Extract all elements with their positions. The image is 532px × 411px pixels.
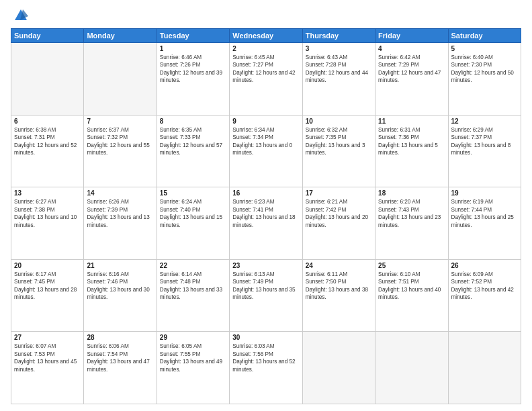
day-info: Sunrise: 6:14 AM Sunset: 7:48 PM Dayligh… [160, 271, 226, 302]
calendar-day-header: Saturday [448, 29, 521, 43]
calendar-week-row: 20Sunrise: 6:17 AM Sunset: 7:45 PM Dayli… [11, 259, 521, 332]
day-number: 20 [14, 262, 81, 269]
page: SundayMondayTuesdayWednesdayThursdayFrid… [0, 0, 532, 411]
day-info: Sunrise: 6:34 AM Sunset: 7:34 PM Dayligh… [232, 126, 299, 157]
day-info: Sunrise: 6:32 AM Sunset: 7:35 PM Dayligh… [306, 126, 372, 157]
calendar-cell: 12Sunrise: 6:29 AM Sunset: 7:37 PM Dayli… [448, 115, 521, 187]
day-number: 14 [87, 189, 153, 197]
day-number: 22 [160, 262, 226, 269]
day-info: Sunrise: 6:17 AM Sunset: 7:45 PM Dayligh… [14, 271, 81, 302]
day-number: 27 [14, 334, 81, 341]
day-info: Sunrise: 6:19 AM Sunset: 7:44 PM Dayligh… [451, 198, 518, 229]
day-info: Sunrise: 6:40 AM Sunset: 7:30 PM Dayligh… [451, 54, 518, 85]
day-number: 23 [232, 262, 299, 269]
day-info: Sunrise: 6:13 AM Sunset: 7:49 PM Dayligh… [232, 271, 299, 302]
calendar-cell: 14Sunrise: 6:26 AM Sunset: 7:39 PM Dayli… [84, 187, 157, 260]
day-number: 6 [14, 118, 81, 125]
day-number: 2 [232, 45, 299, 52]
day-info: Sunrise: 6:24 AM Sunset: 7:40 PM Dayligh… [160, 198, 226, 229]
day-number: 13 [14, 189, 81, 197]
day-info: Sunrise: 6:10 AM Sunset: 7:51 PM Dayligh… [378, 271, 445, 302]
day-info: Sunrise: 6:07 AM Sunset: 7:53 PM Dayligh… [14, 342, 81, 373]
day-number: 12 [451, 118, 518, 125]
day-number: 7 [87, 118, 153, 125]
calendar-week-row: 27Sunrise: 6:07 AM Sunset: 7:53 PM Dayli… [11, 332, 521, 404]
calendar-cell: 19Sunrise: 6:19 AM Sunset: 7:44 PM Dayli… [448, 187, 521, 260]
day-number: 3 [306, 45, 372, 52]
calendar-cell: 10Sunrise: 6:32 AM Sunset: 7:35 PM Dayli… [302, 115, 375, 187]
calendar-week-row: 13Sunrise: 6:27 AM Sunset: 7:38 PM Dayli… [11, 187, 521, 260]
day-number: 29 [160, 334, 226, 341]
day-info: Sunrise: 6:16 AM Sunset: 7:46 PM Dayligh… [87, 271, 153, 302]
calendar-week-row: 6Sunrise: 6:38 AM Sunset: 7:31 PM Daylig… [11, 115, 521, 187]
day-number: 18 [378, 189, 445, 197]
day-info: Sunrise: 6:03 AM Sunset: 7:56 PM Dayligh… [232, 342, 299, 373]
calendar-cell: 21Sunrise: 6:16 AM Sunset: 7:46 PM Dayli… [84, 259, 157, 332]
calendar-day-header: Friday [375, 29, 448, 43]
day-number: 25 [378, 262, 445, 269]
calendar-cell [375, 332, 448, 404]
calendar-cell: 27Sunrise: 6:07 AM Sunset: 7:53 PM Dayli… [11, 332, 84, 404]
day-info: Sunrise: 6:37 AM Sunset: 7:32 PM Dayligh… [87, 126, 153, 157]
day-info: Sunrise: 6:31 AM Sunset: 7:36 PM Dayligh… [378, 126, 445, 157]
calendar-header-row: SundayMondayTuesdayWednesdayThursdayFrid… [11, 29, 521, 43]
day-info: Sunrise: 6:23 AM Sunset: 7:41 PM Dayligh… [232, 198, 299, 229]
calendar-cell: 20Sunrise: 6:17 AM Sunset: 7:45 PM Dayli… [11, 259, 84, 332]
calendar-day-header: Tuesday [157, 29, 229, 43]
calendar-cell: 2Sunrise: 6:45 AM Sunset: 7:27 PM Daylig… [230, 43, 302, 116]
day-number: 15 [160, 189, 226, 197]
day-info: Sunrise: 6:05 AM Sunset: 7:55 PM Dayligh… [160, 342, 226, 373]
day-info: Sunrise: 6:46 AM Sunset: 7:26 PM Dayligh… [160, 54, 226, 85]
calendar-cell: 24Sunrise: 6:11 AM Sunset: 7:50 PM Dayli… [302, 259, 375, 332]
calendar-cell: 5Sunrise: 6:40 AM Sunset: 7:30 PM Daylig… [448, 43, 521, 116]
day-number: 26 [451, 262, 518, 269]
day-info: Sunrise: 6:35 AM Sunset: 7:33 PM Dayligh… [160, 126, 226, 157]
calendar-cell: 30Sunrise: 6:03 AM Sunset: 7:56 PM Dayli… [230, 332, 302, 404]
day-number: 17 [306, 189, 372, 197]
day-info: Sunrise: 6:43 AM Sunset: 7:28 PM Dayligh… [306, 54, 372, 85]
calendar-cell [84, 43, 157, 116]
day-number: 16 [232, 189, 299, 197]
day-info: Sunrise: 6:11 AM Sunset: 7:50 PM Dayligh… [306, 271, 372, 302]
calendar-cell [302, 332, 375, 404]
calendar-cell: 7Sunrise: 6:37 AM Sunset: 7:32 PM Daylig… [84, 115, 157, 187]
day-number: 21 [87, 262, 153, 269]
day-info: Sunrise: 6:45 AM Sunset: 7:27 PM Dayligh… [232, 54, 299, 85]
day-number: 8 [160, 118, 226, 125]
calendar-cell: 16Sunrise: 6:23 AM Sunset: 7:41 PM Dayli… [230, 187, 302, 260]
day-number: 28 [87, 334, 153, 341]
day-number: 30 [232, 334, 299, 341]
day-info: Sunrise: 6:26 AM Sunset: 7:39 PM Dayligh… [87, 198, 153, 229]
calendar-cell: 22Sunrise: 6:14 AM Sunset: 7:48 PM Dayli… [157, 259, 229, 332]
calendar-cell: 28Sunrise: 6:06 AM Sunset: 7:54 PM Dayli… [84, 332, 157, 404]
header [11, 8, 521, 23]
calendar-week-row: 1Sunrise: 6:46 AM Sunset: 7:26 PM Daylig… [11, 43, 521, 116]
calendar-cell: 6Sunrise: 6:38 AM Sunset: 7:31 PM Daylig… [11, 115, 84, 187]
calendar-cell: 15Sunrise: 6:24 AM Sunset: 7:40 PM Dayli… [157, 187, 229, 260]
calendar-cell: 25Sunrise: 6:10 AM Sunset: 7:51 PM Dayli… [375, 259, 448, 332]
calendar-cell: 26Sunrise: 6:09 AM Sunset: 7:52 PM Dayli… [448, 259, 521, 332]
calendar-cell: 18Sunrise: 6:20 AM Sunset: 7:43 PM Dayli… [375, 187, 448, 260]
calendar-cell: 8Sunrise: 6:35 AM Sunset: 7:33 PM Daylig… [157, 115, 229, 187]
calendar-cell [11, 43, 84, 116]
day-info: Sunrise: 6:38 AM Sunset: 7:31 PM Dayligh… [14, 126, 81, 157]
calendar-day-header: Wednesday [230, 29, 302, 43]
logo [11, 8, 28, 23]
calendar-cell: 1Sunrise: 6:46 AM Sunset: 7:26 PM Daylig… [157, 43, 229, 116]
day-info: Sunrise: 6:21 AM Sunset: 7:42 PM Dayligh… [306, 198, 372, 229]
day-info: Sunrise: 6:29 AM Sunset: 7:37 PM Dayligh… [451, 126, 518, 157]
day-info: Sunrise: 6:09 AM Sunset: 7:52 PM Dayligh… [451, 271, 518, 302]
calendar-cell: 4Sunrise: 6:42 AM Sunset: 7:29 PM Daylig… [375, 43, 448, 116]
day-number: 24 [306, 262, 372, 269]
day-number: 10 [306, 118, 372, 125]
day-info: Sunrise: 6:42 AM Sunset: 7:29 PM Dayligh… [378, 54, 445, 85]
day-number: 11 [378, 118, 445, 125]
day-number: 1 [160, 45, 226, 52]
calendar-cell: 9Sunrise: 6:34 AM Sunset: 7:34 PM Daylig… [230, 115, 302, 187]
calendar-cell: 17Sunrise: 6:21 AM Sunset: 7:42 PM Dayli… [302, 187, 375, 260]
calendar-day-header: Thursday [302, 29, 375, 43]
day-info: Sunrise: 6:06 AM Sunset: 7:54 PM Dayligh… [87, 342, 153, 373]
day-number: 9 [232, 118, 299, 125]
calendar-cell: 29Sunrise: 6:05 AM Sunset: 7:55 PM Dayli… [157, 332, 229, 404]
day-number: 5 [451, 45, 518, 52]
